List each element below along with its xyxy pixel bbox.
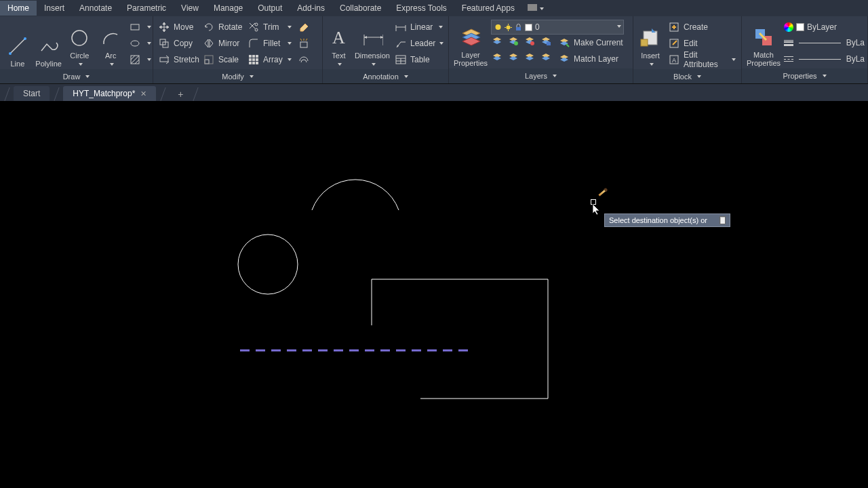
leader-button[interactable]: Leader	[393, 35, 446, 52]
move-button[interactable]: Move	[156, 19, 199, 35]
layer-tool-3[interactable]	[524, 35, 536, 50]
panel-title-block[interactable]: Block	[633, 69, 741, 83]
lineweight-icon	[784, 38, 793, 47]
trim-button[interactable]: Trim	[245, 19, 294, 35]
create-button[interactable]: Create	[666, 19, 738, 35]
svg-rect-25	[256, 62, 258, 64]
menu-tab-parametric[interactable]: Parametric	[119, 1, 174, 16]
object-rectangle[interactable]	[372, 279, 548, 399]
menu-tab-featured[interactable]: Featured Apps	[454, 1, 522, 16]
ribbon: Line Polyline Circle Arc Draw	[0, 16, 868, 84]
layer-tool-1[interactable]	[491, 35, 503, 50]
array-button[interactable]: Array	[245, 52, 294, 68]
hatch-button[interactable]	[127, 52, 150, 68]
object-arc[interactable]	[312, 180, 399, 210]
copy-button[interactable]: Copy	[156, 35, 199, 52]
polyline-button[interactable]: Polyline	[34, 18, 64, 69]
menu-tab-annotate[interactable]: Annotate	[72, 1, 119, 16]
doctab-file[interactable]: HYT_Matchprop*✕	[63, 86, 156, 101]
layer-tool-6[interactable]	[507, 52, 519, 66]
offset-button[interactable]	[296, 52, 312, 68]
menu-tab-collaborate[interactable]: Collaborate	[332, 1, 389, 16]
linetype-value[interactable]: ByLa	[846, 54, 865, 64]
color-value[interactable]: ByLayer	[807, 22, 837, 32]
layer-name: 0	[535, 22, 540, 32]
edit-button[interactable]: Edit	[666, 35, 738, 52]
panel-title-layers[interactable]: Layers	[449, 68, 633, 83]
svg-point-2	[24, 37, 26, 40]
mirror-button[interactable]: Mirror	[201, 35, 244, 52]
text-button[interactable]: A Text	[326, 18, 352, 69]
insert-button[interactable]: Insert	[636, 18, 665, 69]
menu-tab-express[interactable]: Express Tools	[389, 1, 454, 16]
cursor-arrow-icon	[592, 203, 601, 216]
svg-line-9	[135, 60, 139, 64]
layer-dropdown[interactable]: 0	[491, 20, 624, 35]
linear-button[interactable]: Linear	[393, 19, 446, 35]
match-layer-button[interactable]: Match Layer	[556, 51, 630, 67]
svg-rect-23	[249, 62, 252, 64]
document-tabs: Start HYT_Matchprop*✕ +	[0, 84, 868, 102]
arc-button[interactable]: Arc	[96, 18, 125, 69]
svg-rect-48	[641, 39, 648, 46]
layer-tool-4[interactable]	[540, 35, 552, 50]
svg-line-7	[131, 56, 135, 60]
svg-rect-18	[252, 55, 255, 58]
dimension-button[interactable]: Dimension	[353, 18, 391, 69]
make-current-button[interactable]: Make Current	[556, 35, 630, 51]
layer-tool-7[interactable]	[524, 52, 536, 66]
fillet-button[interactable]: Fillet	[245, 35, 294, 52]
menu-tab-insert[interactable]: Insert	[37, 1, 72, 16]
object-circle[interactable]	[238, 235, 298, 294]
menu-tab-extra[interactable]	[522, 1, 549, 16]
svg-point-37	[496, 24, 501, 30]
svg-point-15	[255, 23, 258, 26]
svg-rect-20	[249, 58, 252, 61]
linetype-icon	[784, 54, 793, 64]
erase-button[interactable]	[296, 19, 312, 35]
layer-properties-button[interactable]: Layer Properties	[452, 18, 490, 68]
rect-button[interactable]	[127, 19, 150, 35]
table-button[interactable]: Table	[393, 52, 446, 68]
doctab-start[interactable]: Start	[14, 86, 50, 101]
svg-rect-19	[256, 55, 258, 58]
panel-annotation: A Text Dimension Linear Leader Table Ann…	[323, 16, 449, 83]
menu-tab-view[interactable]: View	[174, 1, 206, 16]
panel-draw: Line Polyline Circle Arc Draw	[0, 16, 153, 83]
color-wheel-icon	[784, 22, 793, 32]
explode-button[interactable]	[296, 35, 312, 52]
rotate-button[interactable]: Rotate	[201, 19, 244, 35]
menu-tab-home[interactable]: Home	[0, 1, 37, 16]
menu-bar: Home Insert Annotate Parametric View Man…	[0, 0, 868, 16]
menu-tab-manage[interactable]: Manage	[206, 1, 250, 16]
panel-title-properties[interactable]: Properties	[742, 68, 867, 83]
layer-tool-5[interactable]	[491, 52, 503, 66]
svg-point-1	[9, 52, 12, 55]
layer-tool-2[interactable]	[507, 35, 519, 50]
ellipse-button[interactable]	[127, 35, 150, 52]
scale-button[interactable]: Scale	[201, 52, 244, 68]
line-button[interactable]: Line	[3, 18, 33, 69]
drawing-canvas[interactable]: Select destination object(s) or	[0, 102, 868, 488]
menu-tab-addins[interactable]: Add-ins	[290, 1, 332, 16]
lineweight-value[interactable]: ByLa	[846, 38, 865, 47]
close-icon[interactable]: ✕	[140, 89, 146, 98]
svg-rect-21	[252, 58, 255, 61]
layer-tool-8[interactable]	[540, 52, 552, 66]
new-tab-button[interactable]: +	[172, 87, 189, 101]
panel-title-modify[interactable]: Modify	[153, 69, 322, 83]
menu-tab-output[interactable]: Output	[250, 1, 290, 16]
panel-properties: Match Properties ByLayer ByLa ByLa	[742, 16, 868, 83]
svg-rect-12	[160, 58, 168, 62]
panel-title-draw[interactable]: Draw	[0, 69, 153, 83]
panel-modify: Move Copy Stretch Rotate Mirror Scale Tr…	[153, 16, 323, 83]
color-swatch-white	[796, 23, 804, 31]
command-tooltip: Select destination object(s) or	[604, 214, 730, 227]
panel-title-annotation[interactable]: Annotation	[323, 69, 448, 83]
edit-attributes-button[interactable]: AEdit Attributes	[666, 52, 738, 68]
svg-rect-22	[256, 58, 258, 61]
stretch-button[interactable]: Stretch	[156, 52, 199, 68]
match-properties-button[interactable]: Match Properties	[745, 18, 783, 68]
svg-rect-17	[249, 55, 252, 58]
circle-button[interactable]: Circle	[65, 18, 95, 69]
